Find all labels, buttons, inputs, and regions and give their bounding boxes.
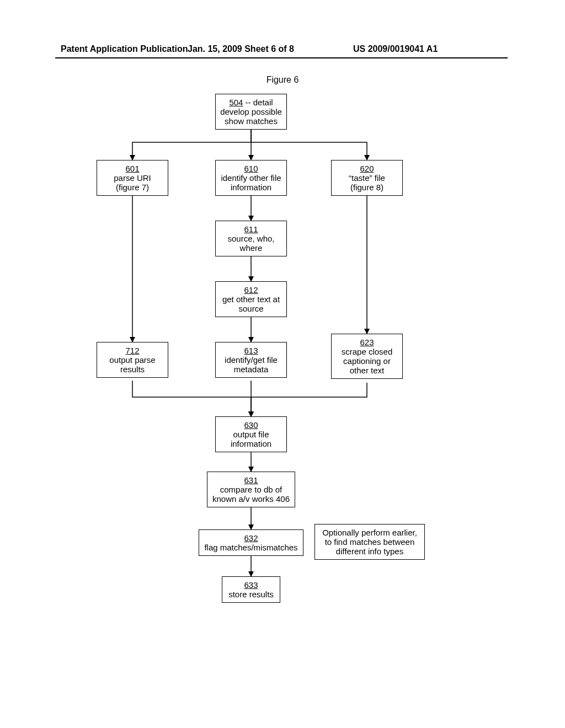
- header-pub: US 2009/0019041 A1: [353, 44, 438, 54]
- box-620-num: 620: [360, 164, 374, 173]
- box-620-body: “taste” file (figure 8): [349, 173, 385, 192]
- box-632-body: flag matches/mismatches: [204, 543, 297, 552]
- box-601: 601 parse URI (figure 7): [97, 160, 168, 196]
- box-623-body: scrape closed captioning or other text: [342, 347, 393, 375]
- box-612-num: 612: [244, 285, 258, 295]
- box-633-body: store results: [228, 590, 274, 599]
- box-611-num: 611: [244, 224, 258, 234]
- box-712-body: output parse results: [109, 355, 155, 374]
- box-504: 504 -- detail develop possible show matc…: [215, 94, 287, 130]
- box-712: 712 output parse results: [97, 342, 168, 378]
- box-610: 610 identify other file information: [215, 160, 287, 196]
- box-601-body: parse URI (figure 7): [114, 173, 151, 192]
- box-601-num: 601: [125, 164, 139, 173]
- box-631-num: 631: [244, 475, 258, 485]
- box-620: 620 “taste” file (figure 8): [331, 160, 403, 196]
- box-610-body: identify other file information: [221, 173, 281, 192]
- box-623-num: 623: [360, 338, 374, 347]
- box-610-num: 610: [244, 164, 258, 173]
- box-note-body: Optionally perform earlier, to find matc…: [322, 528, 417, 556]
- box-632: 632 flag matches/mismatches: [199, 529, 303, 556]
- box-613-num: 613: [244, 346, 258, 355]
- box-630-body: output file information: [231, 430, 271, 448]
- box-612: 612 get other text at source: [215, 281, 287, 317]
- box-632-num: 632: [244, 533, 258, 543]
- box-623: 623 scrape closed captioning or other te…: [331, 334, 403, 379]
- box-631: 631 compare to db of known a/v works 406: [207, 472, 295, 507]
- box-633-num: 633: [244, 580, 258, 590]
- box-note: Optionally perform earlier, to find matc…: [315, 524, 425, 560]
- box-612-body: get other text at source: [222, 295, 280, 313]
- box-504-body: develop possible show matches: [220, 107, 282, 126]
- header-rule: [55, 57, 508, 58]
- box-611-body: source, who, where: [227, 234, 274, 253]
- box-504-num: 504: [229, 98, 243, 107]
- box-712-num: 712: [125, 346, 139, 355]
- box-504-suffix: -- detail: [243, 98, 273, 107]
- header-mid: Jan. 15, 2009 Sheet 6 of 8: [188, 44, 294, 54]
- figure-title: Figure 6: [0, 75, 565, 85]
- box-613: 613 identify/get file metadata: [215, 342, 287, 378]
- box-630-num: 630: [244, 420, 258, 430]
- box-630: 630 output file information: [215, 416, 287, 452]
- box-633: 633 store results: [222, 576, 280, 603]
- box-613-body: identify/get file metadata: [225, 355, 278, 374]
- header-left: Patent Application Publication: [61, 44, 188, 54]
- box-631-body: compare to db of known a/v works 406: [212, 485, 290, 504]
- box-611: 611 source, who, where: [215, 221, 287, 256]
